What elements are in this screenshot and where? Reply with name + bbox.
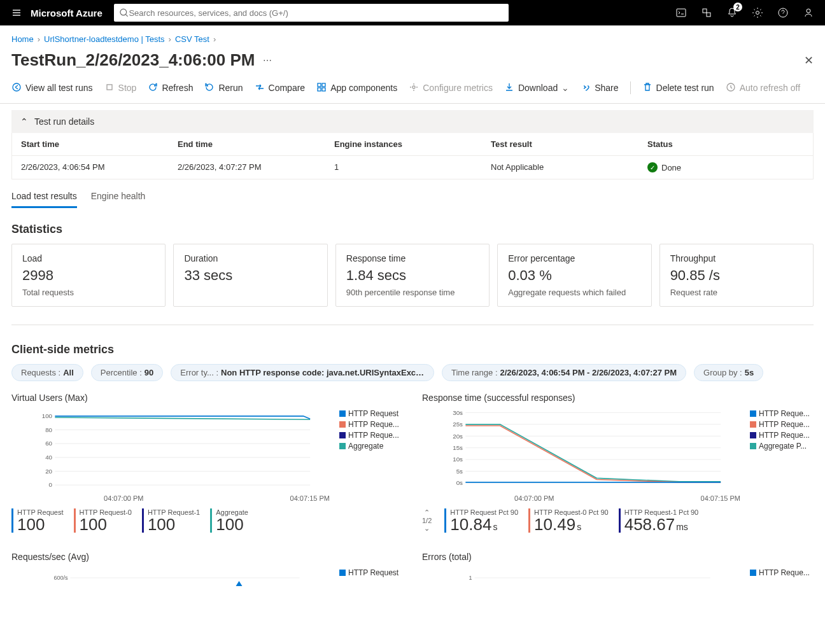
search-input[interactable] <box>129 8 503 18</box>
crumb-tests[interactable]: UrlShortner-loadtestdemo | Tests <box>44 34 165 44</box>
legend-text: HTTP Request <box>348 409 398 418</box>
svg-rect-5 <box>677 9 686 17</box>
legend-item[interactable]: HTTP Request <box>339 568 403 577</box>
auto-refresh-button[interactable]: Auto refresh off <box>726 82 800 94</box>
view-all-button[interactable]: View all test runs <box>11 82 93 94</box>
svg-line-4 <box>126 15 128 17</box>
stat-value: 458.67ms <box>624 516 699 533</box>
crumb-csv[interactable]: CSV Test <box>175 34 209 44</box>
chart-requests-sec: Requests/sec (Avg) 600/s HTTP Request <box>11 552 403 587</box>
search-box[interactable] <box>114 4 509 22</box>
chart-title: Response time (successful responses) <box>422 393 814 403</box>
legend-item[interactable]: HTTP Reque... <box>339 431 403 440</box>
details-table: Start time End time Engine instances Tes… <box>11 133 814 179</box>
legend-item[interactable]: HTTP Reque... <box>750 568 814 577</box>
stat-value: 100 <box>80 516 132 533</box>
val-start: 2/26/2023, 4:06:54 PM <box>21 162 178 172</box>
refresh-label: Refresh <box>162 83 193 93</box>
legend-swatch <box>750 421 756 428</box>
chart-legend: HTTP Request <box>339 568 403 587</box>
filter-value: Non HTTP response code: java.net.URISynt… <box>221 368 425 377</box>
filter-requests[interactable]: Requests : All <box>11 364 83 381</box>
legend-item[interactable]: HTTP Reque... <box>750 420 814 429</box>
legend-item[interactable]: HTTP Reque... <box>750 409 814 418</box>
card-value: 2998 <box>22 267 155 284</box>
x-ticks: 04:07:00 PM04:07:15 PM <box>422 494 814 502</box>
crumb-home[interactable]: Home <box>11 34 34 44</box>
svg-text:0s: 0s <box>456 479 463 486</box>
filter-value: 90 <box>145 368 153 377</box>
val-engine: 1 <box>334 162 491 172</box>
chart-pager[interactable]: ⌃ 1/2 ⌄ <box>422 508 432 533</box>
chevron-down-icon[interactable]: ⌄ <box>424 524 430 533</box>
chart-plot[interactable]: 600/s <box>11 568 333 587</box>
app-components-label: App components <box>330 83 397 93</box>
chart-plot[interactable]: 30s25s20s15s10s5s0s <box>422 409 744 492</box>
stat-value: 10.49s <box>534 516 609 533</box>
chart-title: Errors (total) <box>422 552 814 562</box>
brand[interactable]: Microsoft Azure <box>31 8 102 18</box>
stat-value: 100 <box>148 516 200 533</box>
legend-text: HTTP Reque... <box>759 420 810 429</box>
chart-plot[interactable]: 100806040200 <box>11 409 333 492</box>
notifications-icon[interactable]: 2 <box>721 1 744 24</box>
compare-button[interactable]: Compare <box>255 82 306 94</box>
app-components-button[interactable]: App components <box>316 82 397 94</box>
legend-item[interactable]: HTTP Request <box>339 409 403 418</box>
more-icon[interactable]: ⋯ <box>263 55 272 66</box>
tab-engine-health[interactable]: Engine health <box>91 191 146 208</box>
tab-load-results[interactable]: Load test results <box>11 191 77 208</box>
legend-swatch <box>750 432 756 438</box>
legend-item[interactable]: HTTP Reque... <box>339 420 403 429</box>
separator <box>630 81 631 94</box>
details-head-row: Start time End time Engine instances Tes… <box>12 133 813 155</box>
notification-badge: 2 <box>733 3 742 11</box>
filter-time-range[interactable]: Time range : 2/26/2023, 4:06:54 PM - 2/2… <box>442 364 686 381</box>
refresh-button[interactable]: Refresh <box>148 82 193 94</box>
menu-icon[interactable] <box>5 1 28 24</box>
filter-label: Requests : <box>21 368 60 377</box>
auto-refresh-label: Auto refresh off <box>740 83 800 93</box>
svg-rect-16 <box>322 88 325 91</box>
stat-card: Throughput90.85 /sRequest rate <box>659 244 814 307</box>
chevron-right-icon: › <box>169 34 171 44</box>
legend-item[interactable]: HTTP Reque... <box>750 431 814 440</box>
help-icon[interactable] <box>772 1 794 24</box>
card-label: Response time <box>346 253 479 263</box>
card-sub: Request rate <box>670 288 803 297</box>
directory-icon[interactable] <box>695 1 718 24</box>
legend-swatch <box>339 432 346 438</box>
legend-item[interactable]: Aggregate P... <box>750 442 814 451</box>
chart-virtual-users: Virtual Users (Max) 100806040200 HTTP Re… <box>11 393 403 533</box>
legend-item[interactable]: Aggregate <box>339 442 403 451</box>
chart-plot[interactable]: 1 <box>422 568 744 587</box>
filter-percentile[interactable]: Percentile : 90 <box>91 364 164 381</box>
card-sub: 90th percentile response time <box>346 288 479 297</box>
legend-text: HTTP Reque... <box>348 420 399 429</box>
settings-icon[interactable] <box>746 1 769 24</box>
feedback-icon[interactable] <box>797 1 820 24</box>
chart-legend: HTTP Reque... <box>750 568 814 587</box>
stat-card: Response time1.84 secs90th percentile re… <box>335 244 490 307</box>
svg-point-8 <box>756 11 759 15</box>
svg-text:600/s: 600/s <box>53 575 68 581</box>
chart-stat: HTTP Request Pct 9010.84s <box>444 508 518 533</box>
configure-metrics-label: Configure metrics <box>423 83 493 93</box>
filter-group-by[interactable]: Group by : 5s <box>694 364 763 381</box>
chart-title: Virtual Users (Max) <box>11 393 403 403</box>
chevron-up-icon[interactable]: ⌃ <box>424 508 430 517</box>
share-button[interactable]: Share <box>581 82 618 94</box>
delete-button[interactable]: Delete test run <box>642 82 714 94</box>
chart-stat: HTTP Request100 <box>11 508 64 533</box>
svg-rect-13 <box>318 83 321 87</box>
chart-stats: ⌃ 1/2 ⌄ HTTP Request Pct 9010.84sHTTP Re… <box>422 508 814 533</box>
filter-error-type[interactable]: Error ty... : Non HTTP response code: ja… <box>171 364 434 381</box>
download-button[interactable]: Download⌄ <box>504 82 569 94</box>
details-header[interactable]: ⌃ Test run details <box>11 110 814 133</box>
tabs: Load test results Engine health <box>11 191 814 209</box>
legend-text: Aggregate <box>348 442 383 451</box>
cloud-shell-icon[interactable] <box>670 1 693 24</box>
close-icon[interactable]: ✕ <box>804 53 814 67</box>
x-ticks: 04:07:00 PM04:07:15 PM <box>11 494 403 502</box>
rerun-button[interactable]: Rerun <box>204 82 243 94</box>
